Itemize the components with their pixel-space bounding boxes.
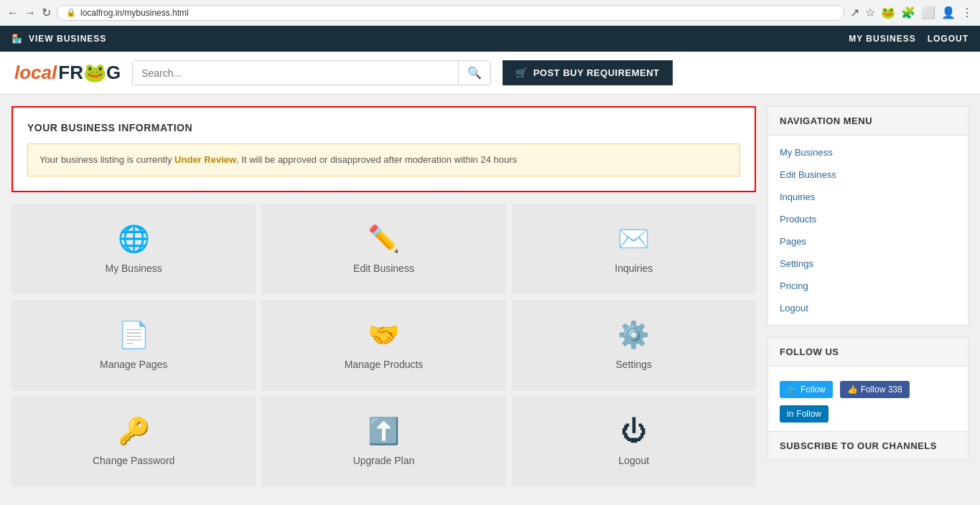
grid-label-edit-business: Edit Business — [353, 263, 414, 274]
linkedin-follow-button[interactable]: in Follow — [780, 405, 829, 423]
back-button[interactable]: ← — [7, 6, 19, 19]
sidebar-follow-section: FOLLOW US 🐦 Follow 👍 Follow 338 in Follo… — [767, 337, 969, 461]
logout-link[interactable]: LOGOUT — [928, 34, 969, 44]
bookmark-button[interactable]: ☆ — [865, 6, 875, 19]
mail-icon: ✉️ — [617, 224, 650, 254]
upgrade-icon: ⬆️ — [368, 416, 400, 446]
pages-icon: 📄 — [118, 320, 150, 350]
follow-buttons: 🐦 Follow 👍 Follow 338 in Follow — [780, 381, 956, 423]
sidebar-follow-title: FOLLOW US — [768, 338, 968, 367]
search-button[interactable]: 🔍 — [458, 61, 490, 85]
grid-label-inquiries: Inquiries — [615, 263, 653, 274]
sidebar-nav-section: NAVIGATION MENU My Business Edit Busines… — [767, 106, 969, 326]
grid-item-my-business[interactable]: 🌐 My Business — [11, 204, 256, 294]
sidebar-item-settings[interactable]: Settings — [768, 252, 968, 275]
sidebar-item-inquiries[interactable]: Inquiries — [768, 186, 968, 208]
grid-label-logout: Logout — [618, 455, 649, 466]
grid-label-manage-pages: Manage Pages — [100, 359, 167, 370]
grid-item-logout[interactable]: ⏻ Logout — [512, 396, 756, 486]
sidebar: NAVIGATION MENU My Business Edit Busines… — [767, 106, 969, 486]
cart-icon: 🛒 — [515, 67, 528, 78]
search-bar: 🔍 — [132, 60, 491, 85]
power-icon: ⏻ — [621, 416, 647, 446]
twitter-follow-button[interactable]: 🐦 Follow — [780, 381, 833, 398]
sidebar-item-my-business[interactable]: My Business — [768, 141, 968, 164]
review-notice: Your business listing is currently Under… — [27, 143, 740, 176]
grid-item-upgrade-plan[interactable]: ⬆️ Upgrade Plan — [261, 396, 505, 486]
extension-frog-button[interactable]: 🐸 — [881, 6, 895, 19]
view-business-icon: 🏪 — [11, 34, 23, 44]
logo-local-text: local — [14, 62, 57, 84]
grid-item-edit-business[interactable]: ✏️ Edit Business — [261, 204, 505, 294]
settings-icon: ⚙️ — [617, 320, 650, 350]
twitter-follow-label: Follow — [801, 384, 826, 395]
menu-button[interactable]: ⋮ — [961, 6, 973, 19]
key-icon: 🔑 — [118, 416, 150, 446]
search-input[interactable] — [133, 61, 458, 85]
browser-bar: ← → ↻ 🔒 localfrog.in/mybusiness.html ↗ ☆… — [0, 0, 980, 26]
grid-label-my-business: My Business — [105, 263, 162, 274]
view-business-left: 🏪 VIEW BUSINESS — [11, 34, 106, 44]
top-bar-right: MY BUSINESS LOGOUT — [849, 34, 969, 44]
sidebar-item-edit-business[interactable]: Edit Business — [768, 164, 968, 186]
header: local FR🐸G 🔍 🛒 POST BUY REQUIREMENT — [0, 52, 980, 95]
linkedin-follow-label: Follow — [796, 409, 821, 419]
top-bar: 🏪 VIEW BUSINESS MY BUSINESS LOGOUT — [0, 26, 980, 52]
facebook-icon: 👍 — [847, 384, 858, 395]
reload-button[interactable]: ↻ — [42, 6, 51, 19]
facebook-follow-button[interactable]: 👍 Follow 338 — [840, 381, 910, 398]
sidebar-item-pricing[interactable]: Pricing — [768, 275, 968, 297]
logo-frog-text: FR🐸G — [58, 62, 121, 84]
notice-bold: Under Review — [174, 154, 236, 165]
grid-label-settings: Settings — [616, 359, 653, 370]
grid-menu: 🌐 My Business ✏️ Edit Business ✉️ Inquir… — [11, 204, 756, 486]
sidebar-item-pages[interactable]: Pages — [768, 230, 968, 252]
linkedin-icon: in — [787, 409, 793, 419]
main-container: YOUR BUSINESS INFORMATION Your business … — [0, 95, 980, 498]
lock-icon: 🔒 — [66, 8, 76, 17]
content-area: YOUR BUSINESS INFORMATION Your business … — [11, 106, 756, 486]
browser-actions: ↗ ☆ 🐸 🧩 ⬜ 👤 ⋮ — [850, 6, 973, 19]
profile-button[interactable]: 👤 — [941, 6, 956, 19]
grid-label-upgrade-plan: Upgrade Plan — [353, 455, 415, 466]
facebook-follow-label: Follow 338 — [861, 384, 902, 395]
grid-item-settings[interactable]: ⚙️ Settings — [512, 300, 756, 390]
post-buy-label: POST BUY REQUIREMENT — [533, 67, 660, 78]
view-business-label[interactable]: VIEW BUSINESS — [29, 34, 106, 44]
notice-text: Your business listing is currently — [39, 154, 174, 165]
edit-icon: ✏️ — [368, 224, 400, 254]
share-button[interactable]: ↗ — [850, 6, 859, 19]
grid-item-inquiries[interactable]: ✉️ Inquiries — [512, 204, 756, 294]
grid-item-change-password[interactable]: 🔑 Change Password — [11, 396, 256, 486]
business-info-box: YOUR BUSINESS INFORMATION Your business … — [11, 106, 756, 192]
grid-label-manage-products: Manage Products — [345, 359, 424, 370]
extensions-button[interactable]: 🧩 — [901, 6, 915, 19]
subscribe-title: SUBSCRIBE TO OUR CHANNELS — [768, 431, 968, 460]
logo[interactable]: local FR🐸G — [14, 62, 121, 84]
grid-item-manage-pages[interactable]: 📄 Manage Pages — [11, 300, 256, 390]
sidebar-item-logout[interactable]: Logout — [768, 297, 968, 319]
twitter-icon: 🐦 — [787, 384, 798, 395]
url-text: localfrog.in/mybusiness.html — [80, 8, 189, 18]
sidebar-nav-title: NAVIGATION MENU — [768, 107, 968, 136]
url-bar[interactable]: 🔒 localfrog.in/mybusiness.html — [57, 5, 844, 21]
forward-button[interactable]: → — [24, 6, 36, 19]
handshake-icon: 🤝 — [368, 320, 400, 350]
sidebar-item-products[interactable]: Products — [768, 208, 968, 230]
follow-us-area: 🐦 Follow 👍 Follow 338 in Follow — [768, 367, 968, 431]
grid-item-manage-products[interactable]: 🤝 Manage Products — [261, 300, 505, 390]
grid-label-change-password: Change Password — [93, 455, 174, 466]
sidebar-nav: My Business Edit Business Inquiries Prod… — [768, 136, 968, 325]
notice-suffix: , It will be approved or disapproved aft… — [236, 154, 517, 165]
business-info-title: YOUR BUSINESS INFORMATION — [27, 122, 740, 133]
post-buy-button[interactable]: 🛒 POST BUY REQUIREMENT — [503, 60, 672, 85]
window-button[interactable]: ⬜ — [921, 6, 935, 19]
my-business-link[interactable]: MY BUSINESS — [849, 34, 915, 44]
globe-icon: 🌐 — [118, 224, 150, 254]
